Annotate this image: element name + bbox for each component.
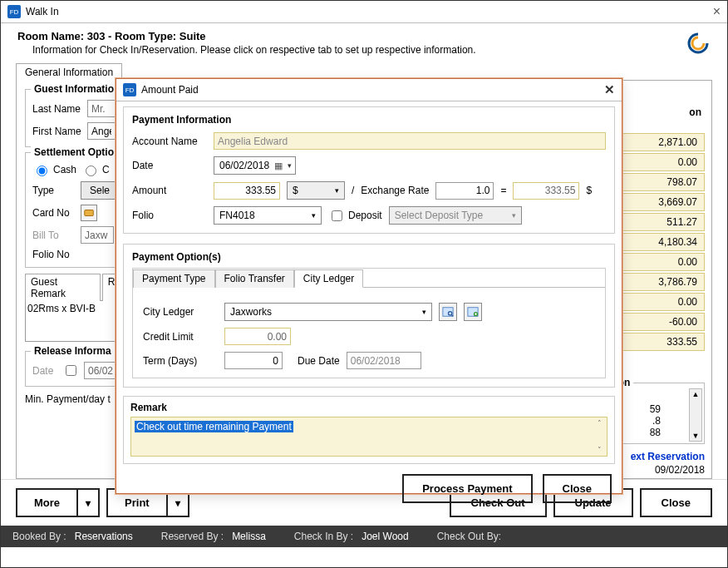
window-title: Walk In xyxy=(26,6,713,17)
checkin-by-value: Joel Wood xyxy=(362,531,408,542)
reserved-by-label: Reserved By : xyxy=(161,531,224,542)
more-button[interactable]: More xyxy=(16,488,78,517)
title-select[interactable] xyxy=(87,100,116,117)
tab-folio-transfer[interactable]: Folio Transfer xyxy=(215,269,294,288)
equals-label: = xyxy=(500,185,506,196)
cash-radio[interactable]: Cash xyxy=(32,163,76,176)
currency-value: $ xyxy=(293,185,298,196)
converted-currency-label: $ xyxy=(586,185,592,196)
chevron-down-icon: ▾ xyxy=(512,211,516,220)
exchange-rate-label: Exchange Rate xyxy=(361,185,429,196)
bill-to-field xyxy=(81,226,114,244)
checkout-by-label: Check Out By: xyxy=(437,531,501,542)
term-days-label: Term (Days) xyxy=(143,355,218,367)
date-value: 06/02/2018 xyxy=(219,160,269,171)
svg-rect-0 xyxy=(85,210,94,216)
chevron-down-icon: ▾ xyxy=(288,161,292,170)
date-label: Date xyxy=(132,160,207,171)
city-ledger-select[interactable]: Jaxworks▾ xyxy=(224,303,432,321)
dialog-close-button[interactable]: ✕ xyxy=(604,82,615,97)
account-name-label: Account Name xyxy=(132,136,207,147)
first-name-label: First Name xyxy=(32,126,82,137)
city-ledger-add-button[interactable] xyxy=(464,303,482,321)
settlement-legend: Settlement Optio xyxy=(31,146,117,158)
last-name-label: Last Name xyxy=(32,103,82,115)
amount-paid-dialog: FD Amount Paid ✕ Payment Information Acc… xyxy=(116,78,622,494)
converted-amount-field xyxy=(513,182,579,200)
dialog-app-icon: FD xyxy=(123,83,136,96)
folio-no-label: Folio No xyxy=(32,249,76,260)
remark-textarea[interactable]: Check out time remaining Payment ˄˅ xyxy=(130,417,607,457)
credit-radio[interactable]: C xyxy=(81,163,110,176)
release-info-legend: Release Informa xyxy=(31,345,115,357)
card-icon[interactable] xyxy=(81,205,97,221)
checkin-by-label: Check In By : xyxy=(294,531,353,542)
app-icon: FD xyxy=(7,5,21,18)
payment-info-title: Payment Information xyxy=(132,114,606,126)
guest-info-legend: Guest Informatio xyxy=(31,83,117,95)
remark-text: Check out time remaining Payment xyxy=(135,421,293,432)
city-ledger-search-button[interactable] xyxy=(439,303,457,321)
deposit-type-select: Select Deposit Type▾ xyxy=(389,206,522,225)
room-type-prefix: - Room Type: xyxy=(106,30,180,42)
brand-logo xyxy=(686,31,711,56)
credit-radio-label: C xyxy=(102,164,110,175)
due-date-field xyxy=(347,352,421,369)
card-no-label: Card No xyxy=(32,207,76,219)
account-name-field xyxy=(214,132,606,150)
dialog-close-button-bottom[interactable]: Close xyxy=(543,474,612,503)
bill-to-label: Bill To xyxy=(32,230,76,241)
tab-payment-type[interactable]: Payment Type xyxy=(133,269,215,288)
dialog-title: Amount Paid xyxy=(141,84,604,96)
folio-select[interactable]: FN4018▾ xyxy=(214,206,322,225)
reserved-by-value: Melissa xyxy=(232,531,266,542)
more-dropdown-caret[interactable]: ▾ xyxy=(78,488,100,517)
status-bar: Booked By : Reservations Reserved By : M… xyxy=(1,526,727,547)
more-split-button[interactable]: More ▾ xyxy=(16,488,100,517)
close-button[interactable]: Close xyxy=(640,488,712,517)
deposit-label: Deposit xyxy=(348,210,382,221)
exchange-rate-field[interactable] xyxy=(435,182,494,200)
room-type-value: Suite xyxy=(180,30,206,42)
due-date-label: Due Date xyxy=(298,355,340,367)
tab-general-information[interactable]: General Information xyxy=(16,63,122,81)
folio-value: FN4018 xyxy=(219,210,255,221)
booked-by-value: Reservations xyxy=(75,531,133,542)
slash-label: / xyxy=(352,185,354,196)
deposit-type-placeholder: Select Deposit Type xyxy=(395,210,484,221)
chevron-down-icon: ▾ xyxy=(312,211,316,220)
type-label: Type xyxy=(32,185,76,196)
tab-city-ledger[interactable]: City Ledger xyxy=(294,269,363,288)
remark-scrollbar[interactable]: ˄˅ xyxy=(593,419,605,454)
on-legend: on xyxy=(689,106,701,118)
term-days-field[interactable] xyxy=(224,352,283,369)
room-name-prefix: Room Name: xyxy=(17,30,87,42)
currency-select[interactable]: $▾ xyxy=(287,181,345,200)
release-date-checkbox[interactable] xyxy=(66,365,76,376)
chevron-down-icon: ▾ xyxy=(335,186,339,195)
chevron-down-icon: ▾ xyxy=(422,308,426,316)
guest-remark-tab[interactable]: Guest Remark xyxy=(25,274,101,301)
payment-options-title: Payment Option(s) xyxy=(132,251,606,263)
deposit-checkbox[interactable]: Deposit xyxy=(328,208,382,224)
credit-limit-field xyxy=(224,328,291,345)
window-close-button[interactable]: × xyxy=(713,4,721,19)
first-name-field[interactable] xyxy=(87,122,116,140)
type-select-button[interactable]: Sele xyxy=(81,181,117,200)
credit-limit-label: Credit Limit xyxy=(143,331,218,343)
remark-title: Remark xyxy=(130,402,607,413)
release-date-label: Date xyxy=(32,365,57,377)
cash-radio-label: Cash xyxy=(53,164,76,175)
scrollbar[interactable]: ▲▼ xyxy=(689,388,702,442)
city-ledger-value: Jaxworks xyxy=(230,306,272,318)
room-header: Room Name: 303 - Room Type: Suite xyxy=(17,30,686,42)
process-payment-button[interactable]: Process Payment xyxy=(402,474,532,503)
folio-label: Folio xyxy=(132,210,207,221)
header-subtitle: Information for Check In/Reservation. Pl… xyxy=(17,44,686,56)
city-ledger-label: City Ledger xyxy=(143,306,218,318)
date-picker[interactable]: 06/02/2018 ▦ ▾ xyxy=(214,156,296,175)
amount-field[interactable] xyxy=(214,182,280,200)
room-name-value: 303 xyxy=(87,30,106,42)
amount-label: Amount xyxy=(132,185,207,196)
calendar-icon: ▦ xyxy=(274,161,283,171)
